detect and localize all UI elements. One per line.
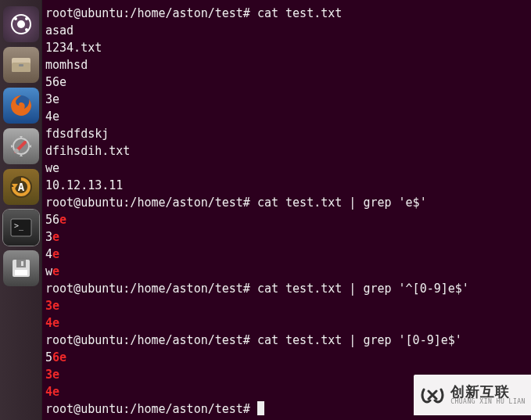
settings-icon [9,135,33,158]
svg-text:A: A [17,181,24,193]
terminal-output: root@ubuntu:/home/aston/test# cat test.t… [45,5,528,418]
svg-point-4 [25,28,28,31]
prompt: root@ubuntu:/home/aston/test# [45,402,250,416]
svg-rect-18 [15,270,27,275]
prompt: root@ubuntu:/home/aston/test# [45,6,250,20]
launcher-updater[interactable]: A [3,169,39,205]
svg-text:>_: >_ [14,221,24,231]
svg-rect-6 [12,63,30,72]
launcher-firefox[interactable] [3,88,39,124]
svg-point-3 [25,17,28,20]
watermark-cn: 创新互联 [450,385,526,399]
launcher-terminal[interactable]: >_ [3,210,39,246]
grep-match: e [52,247,59,261]
grep-match: 6e [52,350,66,364]
grep-match: e [59,213,66,227]
unity-launcher: A >_ [0,0,42,420]
grep-match: 3e [45,368,59,382]
svg-point-10 [14,149,19,153]
prompt: root@ubuntu:/home/aston/test# [45,196,250,210]
svg-point-1 [17,20,25,28]
watermark: 创新互联 CHUANG XIN HU LIAN [414,375,531,415]
cursor [257,401,264,415]
prompt: root@ubuntu:/home/aston/test# [45,333,250,347]
watermark-en: CHUANG XIN HU LIAN [450,399,526,405]
svg-rect-7 [19,64,23,66]
launcher-dash[interactable] [3,6,39,42]
launcher-settings[interactable] [3,128,39,164]
grep-match: 3e [45,299,59,313]
files-icon [9,55,33,75]
grep-match: e [52,230,59,244]
svg-point-2 [14,17,17,20]
launcher-disk[interactable] [3,250,39,286]
grep-match: 4e [45,316,59,330]
terminal-icon: >_ [9,217,33,238]
svg-rect-17 [21,261,23,266]
updater-icon: A [9,174,34,199]
grep-match: 4e [45,385,59,399]
firefox-icon [9,93,34,118]
prompt: root@ubuntu:/home/aston/test# [45,282,250,296]
launcher-files[interactable] [3,47,39,83]
watermark-logo-icon [419,382,446,408]
disk-icon [10,257,32,279]
dash-icon [9,13,33,36]
grep-match: e [52,264,59,278]
terminal-window[interactable]: root@ubuntu:/home/aston/test# cat test.t… [42,0,531,420]
